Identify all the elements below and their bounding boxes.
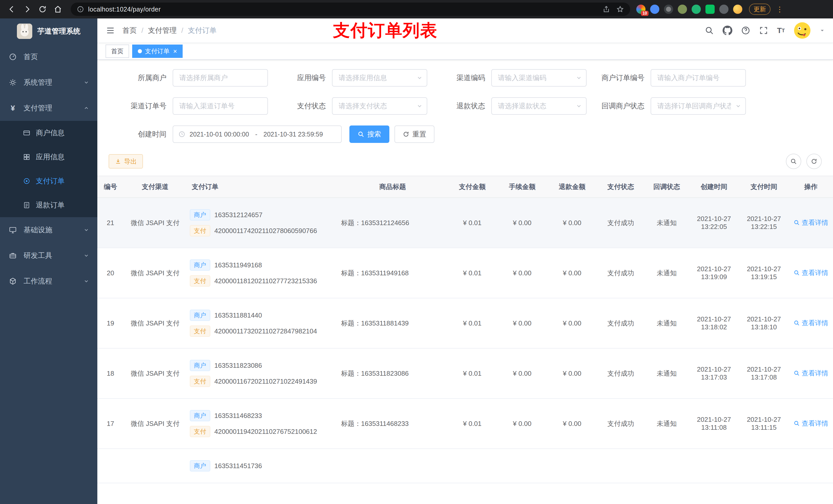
view-detail-link[interactable]: 查看详情 <box>793 218 828 227</box>
cell-pay-order: 商户 1635311949168 支付 42000011812021102777… <box>187 248 338 298</box>
profile-avatar-icon[interactable] <box>733 5 742 14</box>
cell-action: 查看详情 <box>789 198 833 248</box>
merchant-order-line: 商户 1635312124657 <box>190 209 335 220</box>
pay-order-line: 支付 4200001181202110277723215336 <box>190 275 335 287</box>
share-icon[interactable] <box>602 5 610 13</box>
close-icon[interactable]: × <box>173 48 177 54</box>
extension-chat-icon[interactable] <box>706 5 715 14</box>
tags-view-bar: 首页 支付订单 × <box>97 43 833 60</box>
help-icon[interactable] <box>741 26 750 35</box>
cell-refund: ¥ 0.00 <box>547 348 597 399</box>
cell-amount: ¥ 0.01 <box>447 348 497 399</box>
font-size-icon[interactable]: TT <box>777 27 785 34</box>
github-icon[interactable] <box>722 26 732 35</box>
pay-order-line: 支付 4200001167202110271022491439 <box>190 376 335 387</box>
browser-menu-icon[interactable]: ⋮ <box>776 5 783 14</box>
sidebar-item-home[interactable]: 首页 <box>0 44 97 70</box>
channel-order-no-input[interactable] <box>173 97 268 115</box>
cell-channel: 微信 JSAPI 支付 <box>124 348 187 399</box>
pay-status-select[interactable] <box>332 97 427 115</box>
cell-pay-time <box>739 449 789 483</box>
sidebar-item-system[interactable]: 系统管理 <box>0 70 97 95</box>
sidebar-item-pay-order[interactable]: 支付订单 <box>0 169 97 193</box>
user-avatar[interactable] <box>793 22 811 39</box>
reset-button[interactable]: 重置 <box>395 125 434 143</box>
sidebar-item-infra[interactable]: 基础设施 <box>0 217 97 243</box>
col-pay-order: 支付订单 <box>187 176 338 198</box>
cell-id: 19 <box>97 298 124 348</box>
extension-green-check-icon[interactable] <box>692 5 701 14</box>
cell-pay-time: 2021-10-27 13:18:10 <box>739 298 789 348</box>
filter-app-id: 应用编号 <box>273 69 432 87</box>
extension-pin-icon[interactable] <box>719 5 729 14</box>
merchant-order-no-input[interactable] <box>651 69 746 87</box>
export-button[interactable]: 导出 <box>109 154 143 169</box>
browser-home-button[interactable] <box>51 3 65 16</box>
payment-submenu: 商户信息 应用信息 支付订单 退款订单 <box>0 121 97 217</box>
extension-blue-icon[interactable] <box>650 5 659 14</box>
refund-status-select[interactable] <box>491 97 587 115</box>
search-button[interactable]: 搜索 <box>349 125 389 143</box>
tab-pay-order[interactable]: 支付订单 × <box>132 45 183 58</box>
target-icon <box>23 177 31 185</box>
breadcrumb-payment[interactable]: 支付管理 <box>148 26 188 35</box>
cell-create-time: 2021-10-27 13:19:09 <box>689 248 739 298</box>
app-logo[interactable]: 芋道管理系统 <box>0 19 97 44</box>
sidebar-item-payment[interactable]: ¥ 支付管理 <box>0 95 97 121</box>
dashboard-icon <box>8 53 18 61</box>
app-id-select[interactable] <box>332 69 427 87</box>
sidebar-item-workflow[interactable]: 工作流程 <box>0 268 97 294</box>
cell-amount <box>447 449 497 483</box>
cell-amount: ¥ 0.01 <box>447 298 497 348</box>
refresh-button[interactable] <box>806 154 822 169</box>
merchant-order-line: 商户 1635311451736 <box>190 460 335 472</box>
view-detail-link[interactable]: 查看详情 <box>793 318 828 328</box>
pay-tag: 支付 <box>190 275 210 287</box>
col-pay-status: 支付状态 <box>597 176 644 198</box>
sidebar-item-merchant-info[interactable]: 商户信息 <box>0 121 97 145</box>
pay-order-line: 支付 4200001173202110272847982104 <box>190 326 335 337</box>
view-detail-link[interactable]: 查看详情 <box>793 419 828 428</box>
col-actions: 操作 <box>789 176 833 198</box>
channel-code-select[interactable] <box>491 69 587 87</box>
browser-reload-button[interactable] <box>36 3 49 16</box>
col-fee: 手续金额 <box>497 176 547 198</box>
view-detail-link[interactable]: 查看详情 <box>793 369 828 378</box>
chevron-down-icon <box>84 227 89 233</box>
extension-colorful-icon[interactable]: 10 <box>636 5 645 14</box>
fullscreen-icon[interactable] <box>759 26 768 35</box>
cell-pay-time: 2021-10-27 13:17:08 <box>739 348 789 399</box>
toggle-search-button[interactable] <box>786 154 801 169</box>
callback-status-select[interactable] <box>651 97 746 115</box>
tab-home[interactable]: 首页 <box>105 45 129 58</box>
sidebar-item-app-info[interactable]: 应用信息 <box>0 145 97 169</box>
merchant-tag: 商户 <box>190 209 210 220</box>
table-row: 17 微信 JSAPI 支付 商户 1635311468233 支付 42000… <box>97 399 833 449</box>
browser-forward-button[interactable] <box>21 3 34 16</box>
cell-pay-status: 支付成功 <box>597 248 644 298</box>
extension-olive-icon[interactable] <box>678 5 687 14</box>
address-bar[interactable]: localhost:1024/pay/order <box>71 3 630 16</box>
cell-pay-time: 2021-10-27 13:22:15 <box>739 198 789 248</box>
cell-refund <box>547 449 597 483</box>
sidebar-toggle-icon[interactable] <box>105 26 115 35</box>
browser-update-button[interactable]: 更新 <box>749 4 770 15</box>
cell-pay-status: 支付成功 <box>597 348 644 399</box>
cell-id: 17 <box>97 399 124 449</box>
yen-icon: ¥ <box>8 104 18 113</box>
browser-back-button[interactable] <box>5 3 19 16</box>
create-time-range-picker[interactable]: 2021-10-01 00:00:00 - 2021-10-31 23:59:5… <box>173 125 342 143</box>
avatar-caret-icon[interactable] <box>820 28 825 33</box>
grid-icon <box>23 153 31 161</box>
sidebar-item-refund-order[interactable]: 退款订单 <box>0 193 97 217</box>
filter-merchant: 所属商户 <box>114 69 273 87</box>
site-info-icon[interactable] <box>77 6 84 13</box>
sidebar-item-dev-tools[interactable]: 研发工具 <box>0 243 97 268</box>
merchant-input[interactable] <box>173 69 268 87</box>
monitor-icon <box>8 226 18 234</box>
breadcrumb-home[interactable]: 首页 <box>122 26 148 35</box>
search-icon[interactable] <box>705 26 714 35</box>
extension-gray-icon[interactable] <box>664 5 673 14</box>
view-detail-link[interactable]: 查看详情 <box>793 268 828 278</box>
bookmark-star-icon[interactable] <box>616 5 624 13</box>
